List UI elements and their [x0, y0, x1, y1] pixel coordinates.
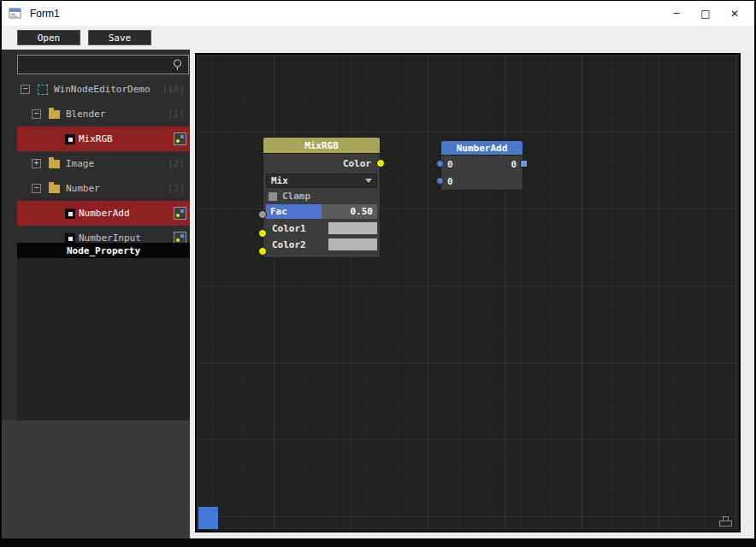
- tree-item-count: [2]: [168, 158, 190, 169]
- color1-swatch[interactable]: [328, 222, 377, 234]
- blend-mode-dropdown[interactable]: Mix: [266, 174, 377, 188]
- socket-result-output[interactable]: [520, 160, 528, 168]
- numberadd-row1: 0 0: [441, 156, 523, 173]
- collapse-toggle-icon[interactable]: −: [32, 184, 41, 193]
- fac-label: Fac: [270, 206, 287, 217]
- tree-item-label: NumberAdd: [79, 208, 130, 219]
- tree-item-blender[interactable]: − Blender [1]: [17, 102, 190, 126]
- node-numberadd-header[interactable]: NumberAdd: [440, 140, 523, 156]
- folder-icon: [49, 160, 60, 168]
- blend-mode-value: Mix: [271, 175, 288, 186]
- save-button[interactable]: Save: [88, 30, 151, 45]
- app-window: Form1 ─ □ ✕ Open Save − WinNodeEditorDem…: [2, 1, 754, 538]
- tree-item-count: [10]: [162, 84, 191, 95]
- sidebar: − WinNodeEditorDemo [10] − Blender [1] M…: [2, 50, 190, 538]
- socket-color-output[interactable]: [376, 159, 385, 168]
- socket-number1-input[interactable]: [436, 160, 444, 168]
- search-icon: [172, 59, 183, 71]
- node-preview-icon: [174, 207, 186, 220]
- node-icon: [65, 209, 75, 219]
- output-value: 0: [511, 159, 517, 170]
- tree-item-count: [1]: [168, 109, 190, 120]
- numberadd-row2: 0: [441, 173, 523, 190]
- tree-item-label: WinNodeEditorDemo: [54, 84, 151, 95]
- node-mixrgb-body: Color Mix Clamp Fac 0.50: [263, 154, 381, 258]
- color2-row: Color2: [266, 238, 377, 251]
- tree-item-label: Number: [66, 183, 100, 194]
- socket-number2-input[interactable]: [436, 177, 444, 185]
- node-tree: − WinNodeEditorDemo [10] − Blender [1] M…: [17, 77, 190, 243]
- search-box: [17, 55, 189, 74]
- node-numberadd[interactable]: NumberAdd 0 0 0: [440, 140, 523, 191]
- project-frame-icon: [38, 85, 48, 95]
- socket-fac-input[interactable]: [258, 210, 267, 219]
- input1-value: 0: [447, 159, 453, 170]
- sidebar-filler: [2, 421, 190, 538]
- tree-item-label: NumberInput: [79, 232, 141, 243]
- node-preview-icon: [174, 232, 186, 243]
- maximize-button[interactable]: □: [691, 1, 720, 26]
- clamp-row[interactable]: Clamp: [266, 190, 377, 203]
- color1-label: Color1: [272, 223, 306, 234]
- node-property-panel: [17, 258, 190, 421]
- node-editor-canvas[interactable]: MixRGB Color Mix Clamp Fac: [195, 53, 741, 532]
- tree-item-number[interactable]: − Number [2]: [17, 176, 190, 201]
- expand-toggle-icon[interactable]: +: [32, 159, 41, 168]
- clamp-checkbox[interactable]: [269, 192, 277, 201]
- tree-item-numberinput[interactable]: NumberInput: [17, 226, 190, 243]
- node-preview-icon: [174, 132, 186, 145]
- window-title: Form1: [30, 8, 60, 20]
- tree-item-numberadd[interactable]: NumberAdd: [17, 201, 190, 226]
- node-mixrgb[interactable]: MixRGB Color Mix Clamp Fac: [263, 137, 381, 258]
- fac-slider-fill: Fac: [266, 204, 322, 219]
- collapse-toggle-icon[interactable]: −: [32, 109, 41, 119]
- tree-item-mixrgb[interactable]: MixRGB: [17, 126, 190, 151]
- tree-item-winnodeeditordemo[interactable]: − WinNodeEditorDemo [10]: [17, 77, 190, 102]
- minimize-button[interactable]: ─: [662, 1, 691, 26]
- output-label: Color: [343, 158, 371, 169]
- close-button[interactable]: ✕: [720, 1, 749, 26]
- tree-item-label: MixRGB: [79, 133, 113, 144]
- color2-label: Color2: [272, 239, 306, 250]
- socket-color1-input[interactable]: [258, 229, 267, 238]
- search-input[interactable]: [18, 59, 172, 70]
- folder-icon: [49, 110, 60, 119]
- toolbar: Open Save: [2, 26, 754, 50]
- fac-slider-track: 0.50: [322, 204, 377, 219]
- socket-color2-input[interactable]: [258, 247, 267, 256]
- clamp-label: Clamp: [282, 191, 310, 202]
- fac-value: 0.50: [351, 206, 374, 217]
- node-property-header: Node_Property: [17, 243, 190, 258]
- chevron-down-icon: [365, 179, 372, 183]
- color1-row: Color1: [266, 221, 377, 235]
- resize-grip-icon[interactable]: [719, 516, 732, 526]
- titlebar: Form1 ─ □ ✕: [2, 1, 754, 26]
- tree-item-image[interactable]: + Image [2]: [17, 151, 190, 176]
- collapse-toggle-icon[interactable]: −: [21, 85, 30, 94]
- node-mixrgb-header[interactable]: MixRGB: [263, 137, 381, 154]
- app-icon: [9, 7, 21, 20]
- fac-slider[interactable]: Fac 0.50: [266, 204, 377, 219]
- folder-icon: [49, 185, 60, 193]
- tree-item-label: Image: [66, 158, 94, 169]
- output-row-color: Color: [266, 156, 377, 172]
- tree-item-label: Blender: [66, 109, 105, 120]
- node-numberadd-body: 0 0 0: [440, 156, 523, 191]
- open-button[interactable]: Open: [17, 30, 80, 45]
- node-icon: [65, 233, 75, 244]
- color2-swatch[interactable]: [328, 238, 377, 250]
- horizontal-scrollbar-thumb[interactable]: [198, 507, 218, 529]
- input2-value: 0: [447, 176, 453, 187]
- tree-item-count: [2]: [168, 183, 190, 194]
- node-icon: [65, 134, 75, 144]
